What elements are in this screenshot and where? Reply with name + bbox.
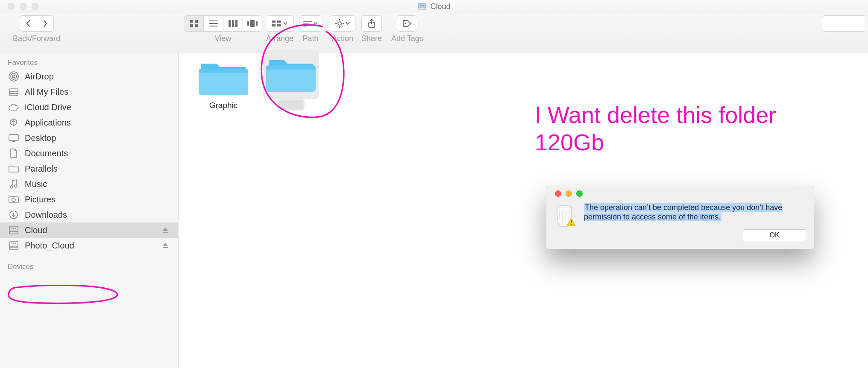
sidebar-item-label: Desktop	[25, 133, 56, 143]
sidebar-item-photo-cloud[interactable]: Photo_Cloud	[0, 238, 178, 253]
tag-icon	[402, 20, 412, 27]
dialog-message: The operation can’t be completed because…	[584, 203, 782, 221]
svg-point-4	[423, 5, 424, 6]
network-drive-icon	[8, 240, 20, 251]
sidebar-item-applications[interactable]: Applications	[0, 115, 178, 130]
sidebar-item-documents[interactable]: Documents	[0, 146, 178, 161]
toolbar: Back/Forward	[0, 13, 868, 53]
sidebar-item-downloads[interactable]: Downloads	[0, 207, 178, 222]
grid-icon	[190, 20, 198, 27]
window-close-button[interactable]	[8, 3, 15, 10]
svg-rect-13	[232, 20, 234, 27]
svg-rect-68	[571, 224, 572, 225]
titlebar: Cloud	[0, 0, 868, 13]
chevron-down-icon	[314, 22, 318, 25]
sidebar-item-label: Cloud	[25, 225, 47, 235]
window-minimize-button[interactable]	[20, 3, 26, 10]
window-title: Cloud	[0, 0, 868, 13]
eject-icon[interactable]	[162, 242, 169, 249]
folder-item-label-redacted	[278, 99, 304, 110]
arrange-button[interactable]	[266, 15, 294, 32]
sidebar-item-music[interactable]: Music	[0, 176, 178, 192]
dialog-ok-button[interactable]: OK	[743, 229, 806, 241]
columns-icon	[229, 20, 238, 27]
svg-line-32	[342, 20, 343, 21]
search-field[interactable]	[822, 15, 865, 32]
svg-point-36	[12, 75, 15, 78]
sidebar-item-pictures[interactable]: Pictures	[0, 192, 178, 207]
svg-rect-67	[571, 220, 572, 223]
svg-rect-7	[190, 24, 193, 27]
forward-button[interactable]	[37, 15, 54, 32]
airdrop-icon	[8, 71, 20, 82]
sidebar-item-airdrop[interactable]: AirDrop	[0, 69, 178, 84]
network-drive-icon	[417, 2, 427, 11]
share-button[interactable]	[361, 15, 382, 32]
dialog-zoom-button[interactable]	[576, 190, 583, 197]
svg-rect-43	[12, 141, 15, 142]
content-pane[interactable]: Graphic	[179, 53, 868, 368]
window-title-text: Cloud	[430, 2, 450, 11]
folder-item-selected[interactable]	[263, 50, 319, 110]
sidebar-item-parallels[interactable]: Parallels	[0, 161, 178, 176]
folder-item-label: Graphic	[196, 101, 251, 110]
svg-point-59	[15, 243, 16, 244]
view-coverflow-button[interactable]	[243, 15, 262, 32]
svg-point-52	[13, 228, 14, 229]
coverflow-icon	[247, 20, 258, 27]
svg-rect-22	[303, 21, 312, 22]
svg-line-31	[342, 26, 343, 26]
action-button[interactable]	[330, 15, 355, 32]
svg-rect-18	[272, 20, 276, 23]
svg-point-47	[12, 198, 15, 202]
list-icon	[209, 20, 218, 27]
window-controls	[0, 3, 38, 10]
window-zoom-button[interactable]	[32, 3, 38, 10]
svg-rect-21	[277, 24, 281, 26]
svg-point-58	[13, 243, 14, 244]
svg-rect-20	[272, 24, 276, 26]
svg-rect-19	[277, 20, 281, 23]
toolbar-back-forward: Back/Forward	[13, 15, 60, 43]
sidebar-item-label: Parallels	[25, 164, 58, 174]
svg-rect-9	[209, 20, 218, 21]
sidebar-devices-header: Devices	[0, 259, 178, 273]
svg-point-25	[338, 22, 341, 25]
permission-error-dialog: The operation can’t be completed because…	[546, 186, 814, 249]
sidebar-item-label: All My Files	[25, 87, 68, 97]
svg-point-53	[15, 228, 16, 229]
sidebar-item-label: Documents	[25, 149, 68, 158]
sidebar-item-desktop[interactable]: Desktop	[0, 130, 178, 146]
add-tags-button[interactable]	[397, 15, 417, 32]
svg-rect-14	[235, 20, 238, 27]
sidebar: Favorites AirDrop All My Files iCloud Dr…	[0, 53, 179, 368]
eject-icon[interactable]	[162, 227, 169, 234]
trash-warning-icon	[554, 203, 576, 228]
applications-icon	[8, 117, 20, 128]
folder-icon	[198, 58, 249, 98]
folder-item-graphic[interactable]: Graphic	[196, 55, 251, 110]
view-list-button[interactable]	[203, 15, 223, 32]
dialog-minimize-button[interactable]	[566, 190, 572, 197]
svg-rect-46	[9, 197, 18, 203]
svg-rect-8	[195, 24, 198, 27]
back-button[interactable]	[20, 15, 37, 32]
sidebar-item-icloud[interactable]: iCloud Drive	[0, 99, 178, 115]
sidebar-item-cloud[interactable]: Cloud	[0, 222, 178, 238]
svg-rect-10	[209, 23, 218, 24]
svg-point-57	[12, 243, 12, 244]
sidebar-item-label: iCloud Drive	[25, 102, 71, 112]
documents-icon	[8, 148, 20, 158]
dialog-close-button[interactable]	[555, 190, 561, 197]
svg-rect-16	[250, 20, 255, 27]
arrange-icon	[272, 20, 282, 27]
svg-rect-24	[303, 26, 307, 26]
svg-point-45	[15, 185, 17, 187]
view-icons-button[interactable]	[184, 15, 203, 32]
sidebar-item-label: Downloads	[25, 210, 67, 220]
svg-rect-5	[190, 20, 193, 23]
view-columns-button[interactable]	[223, 15, 243, 32]
svg-line-33	[337, 26, 337, 26]
path-button[interactable]	[299, 15, 322, 32]
sidebar-item-allmyfiles[interactable]: All My Files	[0, 84, 178, 99]
